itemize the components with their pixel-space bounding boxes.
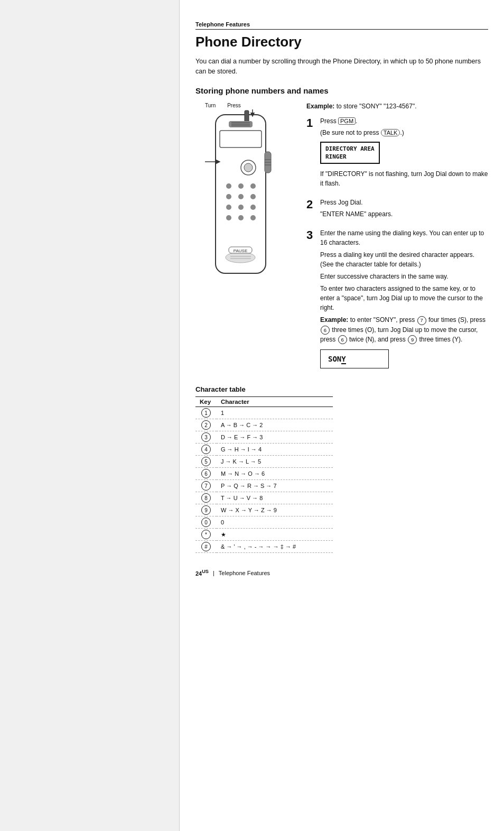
key-circle-#: # <box>201 542 211 551</box>
example-intro-text: to store "SONY" "123-4567". <box>337 103 417 110</box>
page-container: Telephone Features Phone Directory You c… <box>0 0 504 831</box>
char-table-row: 8T → U → V → 8 <box>195 492 333 504</box>
key-circle-5: 5 <box>201 457 211 466</box>
step-3-p2: Enter successive characters in the same … <box>320 272 488 281</box>
phone-illustration: PAUSE <box>200 109 287 294</box>
char-key-cell: * <box>195 529 217 541</box>
char-table-section: Character table Key Character 112A → B →… <box>195 385 488 553</box>
step-3-number: 3 <box>306 229 317 241</box>
key-circle-8: 8 <box>201 493 211 503</box>
char-key-cell: 7 <box>195 480 217 492</box>
key-circle-1: 1 <box>201 408 211 418</box>
key-7-ref: 7 <box>417 316 426 325</box>
example-label: Example: <box>306 103 334 110</box>
char-value-cell: ★ <box>217 529 333 541</box>
footer-page-num: 24US <box>195 569 209 577</box>
char-key-cell: 4 <box>195 444 217 456</box>
svg-point-17 <box>238 194 244 199</box>
char-value-cell: W → X → Y → Z → 9 <box>217 504 333 516</box>
char-table-row: *★ <box>195 529 333 541</box>
footer-superscript: US <box>202 569 209 574</box>
step-1-note: (Be sure not to press TALK.) <box>320 128 488 137</box>
svg-point-14 <box>238 183 244 189</box>
step-1: 1 Press PGM. (Be sure not to press TALK.… <box>306 116 488 191</box>
sony-cursor-text: SONY <box>328 355 346 363</box>
svg-point-20 <box>238 205 244 210</box>
svg-rect-6 <box>220 131 262 147</box>
step-3-intro: Enter the name using the dialing keys. Y… <box>320 228 488 247</box>
steps-col: Example: to store "SONY" "123-4567". 1 P… <box>306 103 488 376</box>
key-circle-9: 9 <box>201 505 211 515</box>
footer-section-label: Telephone Features <box>219 570 270 576</box>
svg-text:PAUSE: PAUSE <box>234 248 248 253</box>
key-circle-0: 0 <box>201 518 211 527</box>
svg-point-24 <box>250 215 256 220</box>
svg-point-15 <box>250 183 256 189</box>
svg-point-16 <box>226 194 231 199</box>
step-3-example: Example: to enter "SONY", press 7 four t… <box>320 315 488 344</box>
svg-point-25 <box>226 252 255 263</box>
svg-point-23 <box>238 215 244 220</box>
char-key-cell: 8 <box>195 492 217 504</box>
content-area: Telephone Features Phone Directory You c… <box>180 0 504 598</box>
svg-point-22 <box>226 215 231 220</box>
phone-top-labels: Turn Press <box>205 103 301 108</box>
step-2-text: Press Jog Dial. <box>320 198 488 207</box>
char-key-cell: 5 <box>195 456 217 468</box>
key-9-ref: 9 <box>408 335 417 344</box>
char-value-cell: A → B → C → 2 <box>217 419 333 431</box>
char-table-row: 7P → Q → R → S → 7 <box>195 480 333 492</box>
step-1-display: DIRECTORY AREA RINGER <box>320 142 380 164</box>
char-value-cell: G → H → I → 4 <box>217 444 333 456</box>
step-1-number: 1 <box>306 117 317 129</box>
char-table-row: #& → ' → , → - → → → ‡ → # <box>195 541 333 553</box>
char-table-row: 00 <box>195 516 333 529</box>
page-footer: 24US | Telephone Features <box>195 569 488 577</box>
col-key-header: Key <box>195 397 217 407</box>
char-key-cell: 6 <box>195 468 217 480</box>
step-3-p3: To enter two characters assigned to the … <box>320 284 488 312</box>
char-key-cell: 1 <box>195 407 217 419</box>
step-2-content: Press Jog Dial. "ENTER NAME" appears. <box>320 198 488 221</box>
svg-point-12 <box>244 163 253 172</box>
char-table-row: 3D → E → F → 3 <box>195 431 333 444</box>
step-2: 2 Press Jog Dial. "ENTER NAME" appears. <box>306 198 488 221</box>
char-table: Key Character 112A → B → C → 23D → E → F… <box>195 396 333 553</box>
key-circle-6: 6 <box>201 469 211 478</box>
key-circle-*: * <box>201 530 211 539</box>
svg-point-18 <box>250 194 256 199</box>
char-table-row: 4G → H → I → 4 <box>195 444 333 456</box>
char-value-cell: & → ' → , → - → → → ‡ → # <box>217 541 333 553</box>
step-1-content: Press PGM. (Be sure not to press TALK.) … <box>320 116 488 191</box>
sony-display-box: SONY <box>320 349 389 368</box>
char-value-cell: P → Q → R → S → 7 <box>217 480 333 492</box>
intro-text: You can dial a number by scrolling throu… <box>195 57 488 77</box>
step-3-p1: Press a dialing key until the desired ch… <box>320 250 488 269</box>
step-3-content: Enter the name using the dialing keys. Y… <box>320 228 488 368</box>
key-circle-2: 2 <box>201 420 211 430</box>
col-char-header: Character <box>217 397 333 407</box>
step-1-note2: If "DIRECTORY" is not flashing, turn Jog… <box>320 169 488 188</box>
char-value-cell: M → N → O → 6 <box>217 468 333 480</box>
char-key-cell: 0 <box>195 516 217 529</box>
display-line1: DIRECTORY AREA <box>325 145 375 153</box>
svg-point-13 <box>226 183 231 189</box>
key-circle-7: 7 <box>201 481 211 491</box>
example-intro-line: Example: to store "SONY" "123-4567". <box>306 103 488 110</box>
svg-point-21 <box>250 205 256 210</box>
char-key-cell: # <box>195 541 217 553</box>
key-6-ref2: 6 <box>338 335 347 344</box>
left-margin <box>0 0 180 831</box>
char-table-row: 2A → B → C → 2 <box>195 419 333 431</box>
char-table-title: Character table <box>195 385 488 393</box>
step-3: 3 Enter the name using the dialing keys.… <box>306 228 488 368</box>
key-6-ref1: 6 <box>321 326 330 335</box>
key-circle-3: 3 <box>201 432 211 442</box>
step-2-display: "ENTER NAME" appears. <box>320 209 488 219</box>
page-title: Phone Directory <box>195 34 488 50</box>
footer-separator: | <box>213 570 214 576</box>
char-value-cell: 1 <box>217 407 333 419</box>
char-table-row: 5J → K → L → 5 <box>195 456 333 468</box>
turn-label: Turn <box>205 103 216 108</box>
phone-diagram-col: Turn Press <box>195 103 301 376</box>
